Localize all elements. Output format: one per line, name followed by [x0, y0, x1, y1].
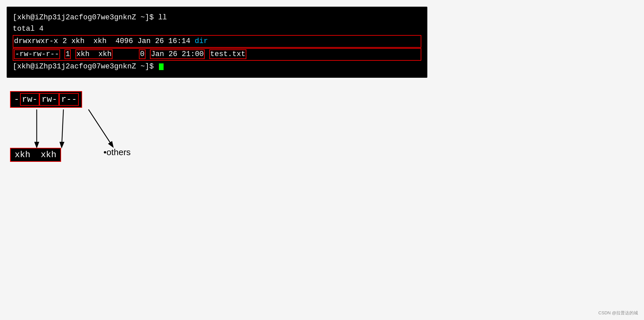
file-links-box: 1: [64, 49, 71, 59]
terminal-line-1: [xkh@iZhp31j2acfog07we3gnknZ ~]$ ll: [13, 12, 421, 23]
file-permissions-box: -rw-rw-r--: [14, 49, 60, 59]
terminal-line-prompt2: [xkh@iZhp31j2acfog07we3gnknZ ~]$: [13, 61, 421, 72]
terminal-dir-row: drwxrwxr-x 2 xkh xkh 4096 Jan 26 16:14 d…: [13, 35, 421, 48]
svg-line-3: [88, 109, 112, 145]
perm-group-segment: rw-: [39, 93, 59, 106]
terminal: [xkh@iZhp31j2acfog07we3gnknZ ~]$ ll tota…: [7, 7, 427, 78]
cursor-block: [159, 63, 164, 70]
owner-box: xkh xkh: [10, 148, 61, 162]
others-label: •others: [103, 147, 131, 157]
terminal-line-total: total 4: [13, 23, 421, 35]
file-name-box: test.txt: [209, 49, 247, 59]
perm-owner-segment: rw-: [20, 93, 40, 106]
perm-dash-start: -: [13, 94, 20, 105]
file-owner-box: xkh xkh: [75, 49, 113, 59]
terminal-file-row: -rw-rw-r-- 1 xkh xkh 0 Jan 26 21:00 test…: [13, 48, 421, 61]
svg-line-2: [62, 109, 63, 145]
perm-string-box: -rw-rw-r--: [10, 91, 82, 108]
file-size-box: 0: [139, 49, 145, 59]
perm-others-segment: r--: [59, 93, 79, 106]
permissions-diagram: -rw-rw-r-- xkh xkh •others: [7, 91, 194, 185]
file-date-box: Jan 26 21:00: [150, 49, 205, 59]
dir-name: dir: [195, 37, 208, 45]
watermark: CSDN @拉普达的城: [598, 310, 638, 316]
